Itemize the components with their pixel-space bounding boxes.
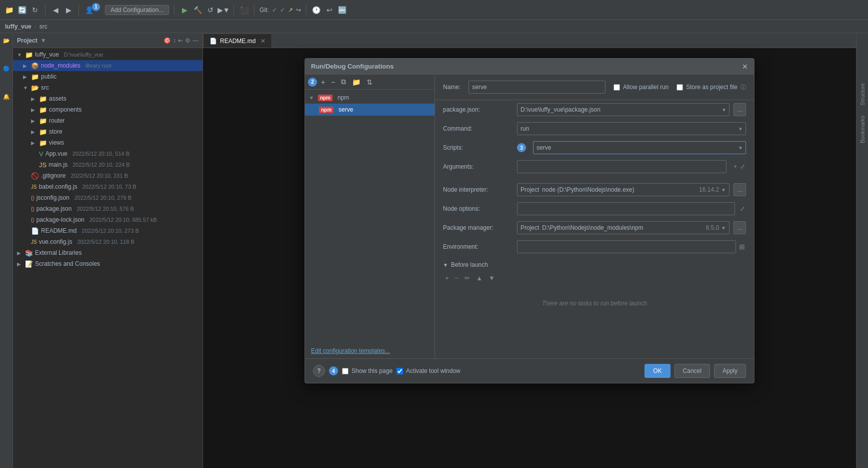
before-launch-edit-btn[interactable]: ✏ <box>462 273 472 283</box>
forward-icon[interactable]: ▶ <box>64 5 74 15</box>
arguments-expand-btn[interactable]: ⤢ <box>739 162 746 171</box>
cancel-button[interactable]: Cancel <box>674 364 710 378</box>
tree-package-lock[interactable]: ▶ {} package-lock.json 2022/5/12 20:10, … <box>13 214 202 225</box>
package-json-browse-btn[interactable]: … <box>734 103 746 116</box>
tree-readme[interactable]: ▶ 📄 README.md 2022/5/12 20:10, 273 B <box>13 225 202 236</box>
before-launch-remove-btn[interactable]: − <box>453 273 461 283</box>
git-tick-icon[interactable]: ✓ <box>280 7 285 14</box>
tab-readme-close[interactable]: ✕ <box>260 38 266 45</box>
environment-edit-btn[interactable]: ⊞ <box>738 243 746 251</box>
tree-components[interactable]: ▶ 📁 components <box>13 104 202 115</box>
locate-icon[interactable]: 🎯 <box>164 37 171 44</box>
tree-scratches[interactable]: ▶ 📝 Scratches and Consoles <box>13 258 202 269</box>
more-run-icon[interactable]: ▶▼ <box>218 5 228 15</box>
scratches-icon: 📝 <box>25 260 33 268</box>
tree-main-js[interactable]: ▶ JS main.js 2022/5/12 20:10, 224 B <box>13 159 202 170</box>
config-serve-item[interactable]: npm serve <box>305 104 434 116</box>
collapse-icon[interactable]: ↕ <box>173 37 176 44</box>
before-launch-header[interactable]: ▼ Before launch <box>443 258 746 271</box>
scripts-select-wrapper: ▼ <box>533 141 746 154</box>
scratches-arrow: ▶ <box>17 261 23 267</box>
panel-dropdown-icon[interactable]: ▼ <box>40 37 46 44</box>
before-launch-add-btn[interactable]: + <box>443 273 451 283</box>
before-launch-down-btn[interactable]: ▼ <box>486 273 497 283</box>
git-arrow-icon[interactable]: ↗ <box>288 7 293 14</box>
node-interpreter-display[interactable]: Project node (D:\Python\Nodejs\node.exe)… <box>517 183 730 196</box>
stop-icon[interactable]: ⬛ <box>239 5 249 15</box>
git-arrow2-icon[interactable]: ↪ <box>296 7 301 14</box>
collapse-all-icon[interactable]: ⇤ <box>178 37 183 44</box>
tree-babel-config[interactable]: ▶ JS babel.config.js 2022/5/12 20:10, 73… <box>13 181 202 192</box>
copy-config-btn[interactable]: ⧉ <box>339 77 348 87</box>
tree-router[interactable]: ▶ 📁 router <box>13 115 202 126</box>
vue-config-meta: 2022/5/12 20:10, 118 B <box>77 239 134 245</box>
sidebar-notification-icon[interactable]: 🔔 <box>1 91 12 102</box>
breadcrumb-src: src <box>40 23 48 30</box>
command-select[interactable]: run install test build <box>517 122 746 135</box>
help-button[interactable]: ? <box>313 365 325 377</box>
before-launch-up-btn[interactable]: ▲ <box>474 273 484 283</box>
apply-button[interactable]: Apply <box>714 364 746 378</box>
dialog-close-button[interactable]: ✕ <box>742 63 748 71</box>
breadcrumb-project: luffy_vue <box>5 23 32 30</box>
config-npm-group[interactable]: ▼ npm npm <box>305 92 434 104</box>
add-config-button[interactable]: Add Configuration... <box>105 5 169 15</box>
tree-src[interactable]: ▼ 📂 src <box>13 82 202 93</box>
translate-icon[interactable]: 🔤 <box>338 5 348 15</box>
environment-input[interactable] <box>517 240 736 253</box>
sort-config-btn[interactable]: ⇅ <box>364 77 374 87</box>
tree-assets[interactable]: ▶ 📁 assets <box>13 93 202 104</box>
package-json-input[interactable] <box>517 103 730 116</box>
node-prefix: Project <box>520 186 539 193</box>
router-folder-icon: 📁 <box>39 117 47 125</box>
tree-gitignore[interactable]: ▶ 🚫 .gitignore 2022/5/12 20:10, 231 B <box>13 170 202 181</box>
git-check-icon[interactable]: ✓ <box>272 7 277 14</box>
package-manager-display[interactable]: Project D:\Python\Nodejs\node_modules\np… <box>517 221 730 234</box>
allow-parallel-checkbox[interactable] <box>614 84 620 91</box>
node-interpreter-browse-btn[interactable]: … <box>734 183 746 196</box>
minimize-icon[interactable]: — <box>192 37 198 44</box>
add-config-btn[interactable]: + <box>319 77 327 87</box>
store-project-checkbox[interactable] <box>676 84 683 91</box>
build-icon[interactable]: 🔨 <box>192 5 202 15</box>
ok-button[interactable]: OK <box>644 364 670 378</box>
sidebar-commit-icon[interactable]: 🔵 <box>1 63 12 74</box>
scripts-input[interactable] <box>533 141 746 154</box>
edit-config-templates-link[interactable]: Edit configuration templates... <box>305 343 434 358</box>
run-icon[interactable]: ▶ <box>180 5 190 15</box>
sidebar-bookmarks-label[interactable]: Bookmarks <box>860 116 866 143</box>
tree-views[interactable]: ▶ 📁 views <box>13 137 202 148</box>
rebuild-icon[interactable]: ↺ <box>206 5 216 15</box>
sidebar-structure-label[interactable]: Structure <box>860 83 866 106</box>
sync-icon[interactable]: ↻ <box>30 5 40 15</box>
show-page-checkbox[interactable] <box>342 368 348 374</box>
history-icon[interactable]: 🕐 <box>312 5 322 15</box>
name-input[interactable] <box>468 81 606 94</box>
breadcrumb-sep: › <box>34 23 36 30</box>
remove-config-btn[interactable]: − <box>329 77 337 87</box>
project-icon[interactable]: 📁 <box>4 5 14 15</box>
folder-config-btn[interactable]: 📁 <box>350 77 362 87</box>
tree-external-libraries[interactable]: ▶ 📚 External Libraries <box>13 247 202 258</box>
tree-public[interactable]: ▶ 📁 public <box>13 71 202 82</box>
tab-readme[interactable]: 📄 README.md ✕ <box>203 34 272 48</box>
node-options-input[interactable] <box>517 202 735 215</box>
tree-store[interactable]: ▶ 📁 store <box>13 126 202 137</box>
node-options-expand-btn[interactable]: ⤢ <box>739 204 746 213</box>
refresh-icon[interactable]: 🔄 <box>17 5 27 15</box>
tree-jsconfig[interactable]: ▶ {} jsconfig.json 2022/5/12 20:10, 279 … <box>13 192 202 203</box>
tree-app-vue[interactable]: ▶ V App.vue 2022/5/12 20:10, 514 B <box>13 148 202 159</box>
package-manager-browse-btn[interactable]: … <box>734 221 746 234</box>
activate-window-checkbox[interactable] <box>396 368 403 374</box>
tree-node-modules[interactable]: ▶ 📦 node_modules library root <box>13 60 202 71</box>
undo-icon[interactable]: ↩ <box>324 5 334 15</box>
arguments-input[interactable] <box>517 160 726 173</box>
package-manager-select-wrapper: Project D:\Python\Nodejs\node_modules\np… <box>517 221 730 234</box>
arguments-add-btn[interactable]: + <box>732 162 738 171</box>
back-icon[interactable]: ◀ <box>50 5 60 15</box>
tree-package-json[interactable]: ▶ {} package.json 2022/5/12 20:10, 576 B <box>13 203 202 214</box>
tree-root[interactable]: ▼ 📁 luffy_vue D:\vue\luffy_vue <box>13 49 202 60</box>
settings-icon[interactable]: ⚙ <box>185 37 190 44</box>
tree-vue-config[interactable]: ▶ JS vue.config.js 2022/5/12 20:10, 118 … <box>13 236 202 247</box>
sidebar-project-icon[interactable]: 📂 <box>1 35 12 46</box>
